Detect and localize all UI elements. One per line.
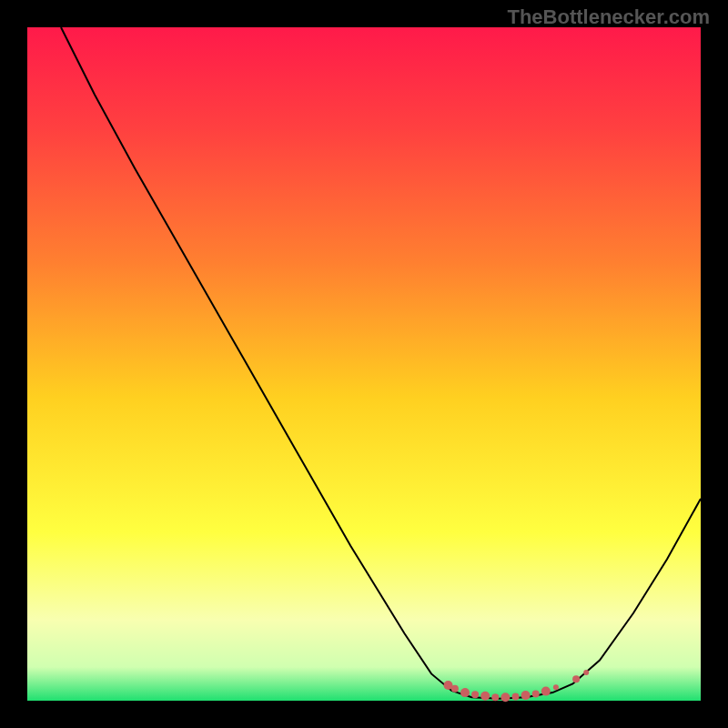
trough-marker-dot (521, 691, 531, 700)
chart-container: TheBottlenecker.com (0, 0, 728, 728)
trough-marker-dot (553, 684, 559, 690)
gradient-background (27, 27, 701, 701)
plot-area (27, 27, 701, 702)
watermark-text: TheBottlenecker.com (507, 5, 710, 29)
trough-marker-dot (500, 693, 510, 702)
trough-marker-dot (532, 691, 540, 698)
trough-marker-dot (491, 693, 499, 701)
trough-marker-dot (480, 692, 490, 701)
trough-marker-dot (541, 687, 551, 696)
trough-marker-dot (451, 685, 459, 693)
trough-marker-dot (512, 693, 520, 701)
trough-marker-dot (471, 691, 479, 698)
bottleneck-chart (0, 0, 728, 728)
trough-marker-dot (572, 675, 580, 682)
trough-marker-dot (583, 670, 589, 675)
trough-marker-dot (460, 688, 470, 697)
